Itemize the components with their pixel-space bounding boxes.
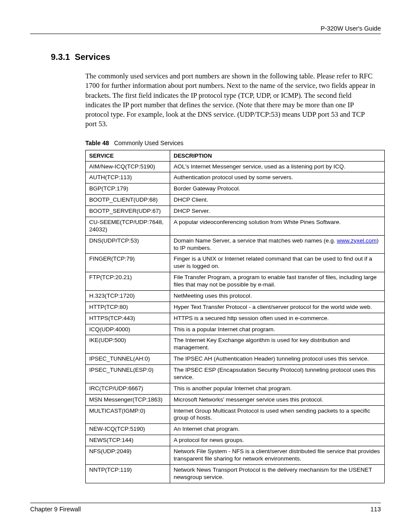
description-cell: Hyper Text Transfer Protocol - a client/…	[170, 302, 385, 313]
description-cell: HTTPS is a secured http session often us…	[170, 313, 385, 324]
description-cell: An Internet chat program.	[170, 424, 385, 435]
description-cell: The IPSEC AH (Authentication Header) tun…	[170, 354, 385, 365]
table-row: IRC(TCP/UDP:6667)This is another popular…	[86, 383, 385, 394]
table-row: NFS(UDP:2049)Network File System - NFS i…	[86, 446, 385, 465]
service-cell: ICQ(UDP:4000)	[86, 324, 170, 335]
description-cell: Finger is a UNIX or Internet related com…	[170, 254, 385, 272]
description-cell: Network News Transport Protocol is the d…	[170, 464, 385, 483]
table-row: BOOTP_SERVER(UDP:67)DHCP Server.	[86, 206, 385, 217]
description-cell: This is a popular Internet chat program.	[170, 324, 385, 335]
description-cell: File Transfer Program, a program to enab…	[170, 272, 385, 291]
description-cell: Microsoft Networks' messenger service us…	[170, 394, 385, 405]
service-cell: NEWS(TCP:144)	[86, 435, 170, 446]
table-row: BGP(TCP:179)Border Gateway Protocol.	[86, 184, 385, 195]
service-cell: FTP(TCP:20.21)	[86, 272, 170, 291]
description-cell: Border Gateway Protocol.	[170, 184, 385, 195]
service-cell: BOOTP_CLIENT(UDP:68)	[86, 195, 170, 206]
service-cell: IPSEC_TUNNEL(AH:0)	[86, 354, 170, 365]
services-table: SERVICE DESCRIPTION AIM/New-ICQ(TCP:5190…	[85, 150, 385, 483]
table-row: AIM/New-ICQ(TCP:5190)AOL's Internet Mess…	[86, 161, 385, 172]
description-cell: Domain Name Server, a service that match…	[170, 235, 385, 254]
description-cell: The Internet Key Exchange algorithm is u…	[170, 335, 385, 354]
table-row: IPSEC_TUNNEL(AH:0)The IPSEC AH (Authenti…	[86, 354, 385, 365]
service-cell: BGP(TCP:179)	[86, 184, 170, 195]
table-row: ICQ(UDP:4000)This is a popular Internet …	[86, 324, 385, 335]
description-cell: This is another popular Internet chat pr…	[170, 383, 385, 394]
service-cell: HTTP(TCP:80)	[86, 302, 170, 313]
table-row: FINGER(TCP:79)Finger is a UNIX or Intern…	[86, 254, 385, 272]
table-row: MSN Messenger(TCP:1863)Microsoft Network…	[86, 394, 385, 405]
section-title: Services	[75, 52, 110, 62]
table-row: NEWS(TCP:144)A protocol for news groups.	[86, 435, 385, 446]
table-row: IKE(UDP:500)The Internet Key Exchange al…	[86, 335, 385, 354]
description-cell: AOL's Internet Messenger service, used a…	[170, 161, 385, 172]
service-cell: MULTICAST(IGMP:0)	[86, 405, 170, 424]
zyxel-link[interactable]: www.zyxel.com	[337, 237, 377, 244]
service-cell: IRC(TCP/UDP:6667)	[86, 383, 170, 394]
table-row: NEW-ICQ(TCP:5190)An Internet chat progra…	[86, 424, 385, 435]
service-cell: HTTPS(TCP:443)	[86, 313, 170, 324]
service-cell: AUTH(TCP:113)	[86, 172, 170, 184]
table-row: IPSEC_TUNNEL(ESP:0)The IPSEC ESP (Encaps…	[86, 365, 385, 383]
table-row: HTTP(TCP:80)Hyper Text Transfer Protocol…	[86, 302, 385, 313]
service-cell: IKE(UDP:500)	[86, 335, 170, 354]
service-cell: BOOTP_SERVER(UDP:67)	[86, 206, 170, 217]
guide-title: P-320W User's Guide	[321, 25, 381, 32]
section-heading: 9.3.1 Services	[51, 52, 381, 62]
service-cell: MSN Messenger(TCP:1863)	[86, 394, 170, 405]
description-cell: DHCP Client.	[170, 195, 385, 206]
table-row: AUTH(TCP:113)Authentication protocol use…	[86, 172, 385, 184]
column-header-description: DESCRIPTION	[170, 150, 385, 161]
description-cell: Network File System - NFS is a client/se…	[170, 446, 385, 465]
description-cell: A protocol for news groups.	[170, 435, 385, 446]
footer-chapter: Chapter 9 Firewall	[30, 506, 81, 513]
table-row: HTTPS(TCP:443)HTTPS is a secured http se…	[86, 313, 385, 324]
service-cell: CU-SEEME(TCP/UDP:7648, 24032)	[86, 217, 170, 235]
page-header: P-320W User's Guide	[30, 25, 381, 34]
service-cell: IPSEC_TUNNEL(ESP:0)	[86, 365, 170, 383]
description-cell: NetMeeting uses this protocol.	[170, 290, 385, 302]
column-header-service: SERVICE	[86, 150, 170, 161]
service-cell: H.323(TCP:1720)	[86, 290, 170, 302]
service-cell: DNS(UDP/TCP:53)	[86, 235, 170, 254]
service-cell: NFS(UDP:2049)	[86, 446, 170, 465]
intro-paragraph: The commonly used services and port numb…	[85, 72, 377, 129]
service-cell: AIM/New-ICQ(TCP:5190)	[86, 161, 170, 172]
table-row: DNS(UDP/TCP:53)Domain Name Server, a ser…	[86, 235, 385, 254]
service-cell: NNTP(TCP:119)	[86, 464, 170, 483]
description-cell: A popular videoconferencing solution fro…	[170, 217, 385, 235]
table-row: MULTICAST(IGMP:0)Internet Group Multicas…	[86, 405, 385, 424]
section-number: 9.3.1	[51, 52, 70, 62]
table-row: FTP(TCP:20.21)File Transfer Program, a p…	[86, 272, 385, 291]
table-header-row: SERVICE DESCRIPTION	[86, 150, 385, 161]
service-cell: FINGER(TCP:79)	[86, 254, 170, 272]
table-number: Table 48	[85, 140, 109, 146]
description-cell: DHCP Server.	[170, 206, 385, 217]
description-cell: The IPSEC ESP (Encapsulation Security Pr…	[170, 365, 385, 383]
table-caption: Table 48 Commonly Used Services	[85, 140, 381, 146]
table-row: H.323(TCP:1720)NetMeeting uses this prot…	[86, 290, 385, 302]
footer-page-number: 113	[371, 506, 381, 513]
page-footer: Chapter 9 Firewall 113	[30, 503, 381, 513]
table-row: BOOTP_CLIENT(UDP:68)DHCP Client.	[86, 195, 385, 206]
table-title: Commonly Used Services	[114, 140, 184, 146]
service-cell: NEW-ICQ(TCP:5190)	[86, 424, 170, 435]
description-cell: Authentication protocol used by some ser…	[170, 172, 385, 184]
table-row: CU-SEEME(TCP/UDP:7648, 24032)A popular v…	[86, 217, 385, 235]
description-cell: Internet Group Multicast Protocol is use…	[170, 405, 385, 424]
table-row: NNTP(TCP:119)Network News Transport Prot…	[86, 464, 385, 483]
